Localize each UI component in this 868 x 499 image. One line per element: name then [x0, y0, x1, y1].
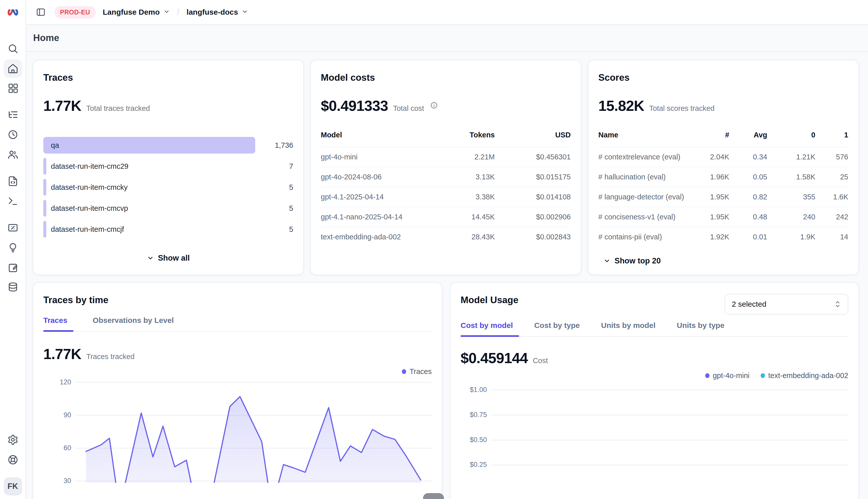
chevron-down-icon	[147, 255, 154, 261]
bar-label: dataset-run-item-cmcvp	[51, 200, 128, 217]
tab-cost-by-model[interactable]: Cost by model	[461, 321, 513, 336]
card-title: Model costs	[321, 72, 571, 83]
bar-label: dataset-run-item-cmc29	[51, 158, 128, 174]
sidebar-item-scores[interactable]	[4, 219, 22, 237]
legend-dot	[402, 369, 406, 374]
sidebar-item-settings[interactable]	[4, 431, 22, 449]
y-tick: 120	[60, 378, 71, 386]
traces-card: Traces 1.77K Total traces tracked qa 1,7…	[33, 60, 304, 275]
tab-units-by-type[interactable]: Units by type	[677, 321, 724, 336]
metric-value: 15.82K	[598, 97, 644, 114]
legend-label: text-embedding-ada-002	[768, 372, 848, 380]
tab-traces[interactable]: Traces	[43, 316, 67, 331]
user-avatar[interactable]: FK	[4, 477, 22, 496]
show-top-20-button[interactable]: Show top 20	[603, 256, 848, 266]
y-tick: 60	[63, 444, 71, 452]
bar	[43, 158, 46, 174]
model-usage-chart: $1.00 $0.75 $0.50 $0.25	[461, 381, 848, 475]
table-header: Name # Avg 0 1	[598, 131, 848, 147]
scrollbar-thumb[interactable]	[423, 493, 444, 499]
dashboards-icon	[7, 83, 19, 94]
chevrons-up-down-icon	[834, 300, 841, 308]
sidebar-item-prompts[interactable]	[4, 172, 22, 190]
scores-metric: 15.82K Total scores tracked	[598, 97, 848, 114]
bar	[43, 200, 46, 217]
metric-value: $0.491333	[321, 97, 388, 114]
sidebar-nav: FK	[0, 25, 26, 499]
bar-label: dataset-run-item-cmcjf	[51, 221, 124, 238]
table-header: Model Tokens USD	[321, 131, 571, 147]
sidebar-item-playground[interactable]	[4, 192, 22, 210]
y-tick: $0.50	[470, 436, 487, 444]
sidebar-bottom: FK	[4, 431, 22, 499]
model-costs-table: Model Tokens USD gpt-4o-mini 2.21M $0.45…	[321, 131, 571, 247]
lightbulb-icon	[7, 242, 19, 253]
sidebar-item-users[interactable]	[4, 146, 22, 164]
col-header: #	[686, 131, 729, 139]
percent-box-icon	[7, 222, 19, 233]
legend-item: text-embedding-ada-002	[761, 372, 848, 380]
clipboard-pen-icon	[7, 262, 19, 273]
sidebar-item-evaluation[interactable]	[4, 239, 22, 257]
langfuse-logo-icon	[6, 6, 20, 19]
y-tick: $1.00	[470, 386, 487, 394]
y-axis-labels: 120 90 60 30	[43, 378, 75, 483]
sidebar-item-datasets[interactable]	[4, 278, 22, 296]
sidebar-item-dashboards[interactable]	[4, 79, 22, 97]
col-header: 1	[815, 131, 848, 139]
table-row: # language-detector (eval) 1.95K 0.82 35…	[598, 187, 848, 207]
y-tick: $0.75	[470, 411, 487, 419]
col-header: 0	[767, 131, 815, 139]
search-icon	[7, 43, 19, 54]
traces-bar-list: qa 1,736 dataset-run-item-cmc29 7 datase…	[43, 137, 293, 242]
page-header: Home	[26, 25, 868, 52]
y-tick: $0.25	[470, 461, 487, 468]
traces-tracked-metric: 1.77K Traces tracked	[43, 345, 432, 362]
sidebar-item-sessions[interactable]	[4, 125, 22, 144]
col-header: Model	[321, 131, 434, 139]
bar-value: 5	[260, 225, 293, 233]
legend-dot	[761, 373, 765, 378]
bar-value: 1,736	[260, 141, 293, 149]
project-selector[interactable]: langfuse-docs	[187, 8, 248, 16]
tab-units-by-model[interactable]: Units by model	[601, 321, 656, 336]
sidebar-item-annotation[interactable]	[4, 259, 22, 277]
table-row: gpt-4.1-nano-2025-04-14 14.45K $0.002906	[321, 207, 571, 227]
sidebar-toggle-button[interactable]	[34, 5, 47, 19]
legend-label: gpt-4o-mini	[713, 372, 749, 380]
scores-card: Scores 15.82K Total scores tracked Name …	[588, 60, 859, 275]
model-select-dropdown[interactable]: 2 selected	[725, 294, 848, 315]
main-content: Traces 1.77K Total traces tracked qa 1,7…	[26, 52, 868, 499]
model-costs-card: Model costs $0.491333 Total cost Model T…	[310, 60, 581, 275]
org-name: Langfuse Demo	[103, 8, 160, 16]
org-selector[interactable]: Langfuse Demo	[103, 8, 170, 16]
info-icon[interactable]	[430, 101, 438, 110]
metric-value: $0.459144	[461, 350, 528, 366]
metric-value: 1.77K	[43, 345, 81, 362]
langfuse-logo[interactable]	[0, 0, 26, 25]
list-item: dataset-run-item-cmcjf 5	[43, 221, 293, 238]
home-icon	[7, 63, 19, 74]
bar-value: 5	[260, 204, 293, 212]
show-all-button[interactable]: Show all	[43, 254, 293, 263]
table-row: text-embedding-ada-002 28.43K $0.002843	[321, 227, 571, 247]
sidebar: FK	[0, 0, 26, 499]
cards-row-1: Traces 1.77K Total traces tracked qa 1,7…	[33, 60, 859, 275]
model-costs-metric: $0.491333 Total cost	[321, 97, 571, 114]
traces-by-time-card: Traces by time Traces Observations by Le…	[33, 282, 442, 499]
bar-label: qa	[51, 137, 59, 154]
sidebar-item-tracing[interactable]	[4, 106, 22, 124]
scores-table: Name # Avg 0 1 # contextrelevance (eval)…	[598, 131, 848, 247]
tab-cost-by-type[interactable]: Cost by type	[534, 321, 580, 336]
sidebar-item-support[interactable]	[4, 451, 22, 469]
cost-metric: $0.459144 Cost	[461, 350, 848, 366]
bar	[43, 221, 46, 238]
panel-left-icon	[36, 7, 46, 17]
sidebar-item-search[interactable]	[4, 39, 22, 58]
tab-observations-by-level[interactable]: Observations by Level	[93, 316, 174, 331]
card-title: Scores	[598, 72, 848, 83]
model-usage-svg	[491, 381, 848, 475]
sidebar-item-home[interactable]	[4, 60, 22, 78]
bar-label: dataset-run-item-cmcky	[51, 179, 128, 196]
list-item: dataset-run-item-cmcky 5	[43, 179, 293, 196]
